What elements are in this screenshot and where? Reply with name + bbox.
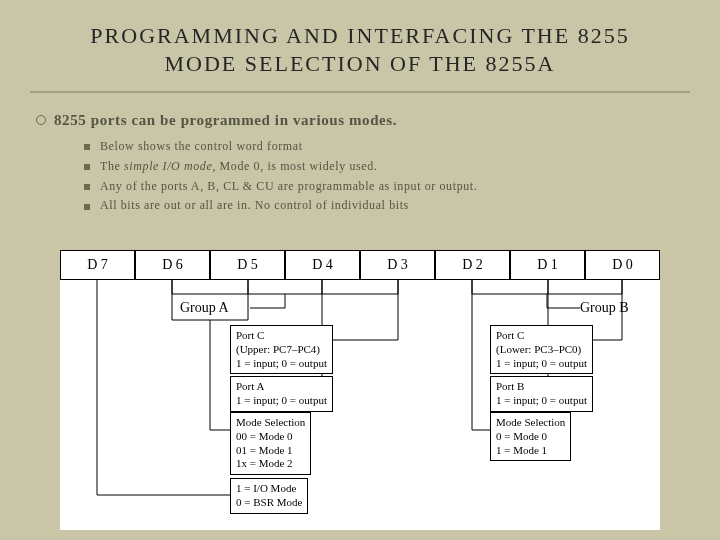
port-c-lower-box: Port C (Lower: PC3–PC0) 1 = input; 0 = o… [490,325,593,374]
d7-io: 1 = I/O Mode [236,482,302,496]
square-bullet-icon [84,164,90,170]
sub-bullets: Below shows the control word format The … [84,137,684,216]
port-b-box: Port B 1 = input; 0 = output [490,376,593,412]
port-c-lower-io: 1 = input; 0 = output [496,357,587,371]
content: 8255 ports can be programmed in various … [0,93,720,216]
bit-d2: D 2 [435,250,510,280]
mode-a-3: 1x = Mode 2 [236,457,305,471]
sub-bullet-3: Any of the ports A, B, CL & CU are progr… [84,177,684,197]
d7-mode-box: 1 = I/O Mode 0 = BSR Mode [230,478,308,514]
port-a-box: Port A 1 = input; 0 = output [230,376,333,412]
mode-b-title: Mode Selection [496,416,565,430]
bit-d0: D 0 [585,250,660,280]
mode-b-2: 1 = Mode 1 [496,444,565,458]
port-c-upper-io: 1 = input; 0 = output [236,357,327,371]
sub-bullet-2-em: simple I/O mode [124,159,212,173]
title-line-1: PROGRAMMING AND INTERFACING THE 8255 [40,22,680,50]
main-bullet: 8255 ports can be programmed in various … [36,111,684,129]
title-block: PROGRAMMING AND INTERFACING THE 8255 MOD… [0,0,720,85]
title-line-2: MODE SELECTION OF THE 8255A [40,50,680,78]
mode-a-1: 00 = Mode 0 [236,430,305,444]
divider [30,91,690,93]
bit-d4: D 4 [285,250,360,280]
sub-bullet-4-text: All bits are out or all are in. No contr… [100,198,409,212]
main-bullet-text: 8255 ports can be programmed in various … [54,112,397,129]
group-a-label: Group A [180,300,229,316]
mode-a-title: Mode Selection [236,416,305,430]
group-b-label: Group B [580,300,629,316]
slide: PROGRAMMING AND INTERFACING THE 8255 MOD… [0,0,720,540]
port-b-title: Port B [496,380,587,394]
port-a-io: 1 = input; 0 = output [236,394,327,408]
port-c-upper-box: Port C (Upper: PC7–PC4) 1 = input; 0 = o… [230,325,333,374]
port-c-upper-title: Port C [236,329,327,343]
sub-bullet-2: The simple I/O mode, Mode 0, is most wid… [84,157,684,177]
sub-bullet-2-pre: The [100,159,124,173]
bit-d5: D 5 [210,250,285,280]
square-bullet-icon [84,144,90,150]
diagram: D 7 D 6 D 5 D 4 D 3 D 2 D 1 D 0 [60,250,660,530]
square-bullet-icon [84,204,90,210]
mode-a-2: 01 = Mode 1 [236,444,305,458]
mode-selection-a-box: Mode Selection 00 = Mode 0 01 = Mode 1 1… [230,412,311,475]
port-c-upper-sub: (Upper: PC7–PC4) [236,343,327,357]
bit-d3: D 3 [360,250,435,280]
sub-bullet-2-post: , Mode 0, is most widely used. [212,159,377,173]
port-c-lower-sub: (Lower: PC3–PC0) [496,343,587,357]
port-a-title: Port A [236,380,327,394]
sub-bullet-1: Below shows the control word format [84,137,684,157]
d7-bsr: 0 = BSR Mode [236,496,302,510]
port-b-io: 1 = input; 0 = output [496,394,587,408]
sub-bullet-1-text: Below shows the control word format [100,139,303,153]
square-bullet-icon [84,184,90,190]
sub-bullet-4: All bits are out or all are in. No contr… [84,196,684,216]
bits-row: D 7 D 6 D 5 D 4 D 3 D 2 D 1 D 0 [60,250,660,280]
bit-d6: D 6 [135,250,210,280]
sub-bullet-3-text: Any of the ports A, B, CL & CU are progr… [100,179,477,193]
bit-d1: D 1 [510,250,585,280]
bit-d7: D 7 [60,250,135,280]
circle-bullet-icon [36,115,46,125]
mode-selection-b-box: Mode Selection 0 = Mode 0 1 = Mode 1 [490,412,571,461]
port-c-lower-title: Port C [496,329,587,343]
mode-b-1: 0 = Mode 0 [496,430,565,444]
